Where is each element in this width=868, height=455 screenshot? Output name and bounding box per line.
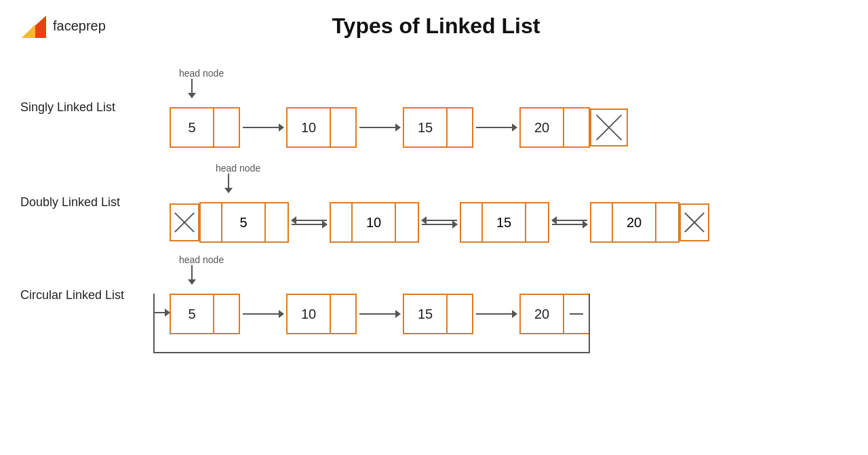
doubly-arrow-1-right [292,224,327,225]
circular-node-2-value: 10 [288,295,331,333]
header: faceprep Types of Linked List [0,0,868,46]
singly-node-4-pointer [564,108,589,146]
doubly-node-3-right-ptr [526,203,548,241]
circular-label: Circular Linked List [20,288,170,302]
doubly-arrow-3 [549,220,590,225]
doubly-null-right [679,203,709,241]
logo-text: faceprep [53,18,106,34]
svg-marker-1 [22,24,35,38]
singly-section: Singly Linked List head node 5 10 [20,66,848,148]
singly-label: Singly Linked List [20,100,170,115]
circular-node-3-value: 15 [404,295,448,333]
doubly-section: Doubly Linked List head node 5 [20,161,848,243]
doubly-node-4: 20 [590,202,679,243]
logo-area: faceprep [20,12,106,39]
circular-arrow-3 [473,313,519,315]
doubly-node-1-left-ptr [201,203,222,241]
circular-node-4-pointer [564,295,589,333]
circular-node-3-pointer [448,295,472,333]
circular-arrow-line-3 [476,313,517,315]
doubly-null-left [170,203,199,241]
singly-node-4: 20 [519,107,590,148]
singly-node-1-value: 5 [171,108,214,146]
doubly-node-4-left-ptr [591,203,613,241]
singly-node-4-value: 20 [521,108,564,146]
singly-arrow-line-3 [476,127,517,128]
singly-null [590,108,628,146]
circular-wrapper: 5 10 [170,294,590,334]
circular-last-ptr-line [570,313,583,315]
circular-arrow-2 [357,313,403,315]
circular-arrow-line-1 [243,313,283,315]
faceprep-logo-icon [20,12,46,39]
doubly-node-1: 5 [199,202,289,243]
circular-head-label: head node [179,254,224,265]
circular-node-2-pointer [331,295,355,333]
singly-arrow-3 [473,127,519,128]
circular-loop-left-line [153,294,155,353]
doubly-node-4-value: 20 [613,203,656,241]
doubly-label: Doubly Linked List [20,195,170,210]
page-title: Types of Linked List [106,14,766,39]
singly-arrow-1 [240,127,286,128]
doubly-arrow-1 [289,220,330,225]
singly-node-3: 15 [403,107,473,148]
doubly-head-label: head node [216,163,260,174]
circular-back-entry [153,312,170,313]
singly-node-2: 10 [286,107,357,148]
main-content: Singly Linked List head node 5 10 [0,66,868,334]
circular-node-4-value: 20 [521,295,564,333]
singly-arrow-2 [357,127,403,128]
doubly-node-3-value: 15 [483,203,526,241]
singly-node-1-pointer [214,108,239,146]
doubly-node-3-left-ptr [461,203,483,241]
doubly-node-1-right-ptr [266,203,288,241]
circular-node-1-value: 5 [171,295,214,333]
circular-node-1-pointer [214,295,239,333]
circular-nodes-row: 5 10 [170,294,590,334]
doubly-node-2-right-ptr [396,203,418,241]
singly-head-label: head node [179,68,224,79]
circular-node-2: 10 [286,294,357,334]
singly-node-2-value: 10 [288,108,331,146]
doubly-arrow-2-right [422,224,457,225]
circular-loop-right-line [589,294,590,353]
doubly-arrow-3-right [552,224,587,225]
circular-arrow-line-2 [359,313,400,315]
circular-section: Circular Linked List head node [20,256,848,334]
doubly-node-2-left-ptr [331,203,353,241]
circular-node-1: 5 [170,294,240,334]
doubly-node-3: 15 [460,202,549,243]
circular-node-4: 20 [519,294,590,334]
doubly-node-4-right-ptr [656,203,678,241]
singly-node-3-value: 15 [404,108,448,146]
singly-node-2-pointer [331,108,355,146]
doubly-node-2-value: 10 [353,203,396,241]
singly-arrow-line-1 [243,127,283,128]
circular-node-3: 15 [403,294,473,334]
circular-loop-bottom [153,352,590,353]
doubly-node-1-value: 5 [222,203,266,241]
singly-arrow-line-2 [359,127,400,128]
circular-arrow-1 [240,313,286,315]
doubly-node-2: 10 [330,202,419,243]
singly-node-1: 5 [170,107,240,148]
doubly-arrow-2 [419,220,460,225]
singly-node-3-pointer [448,108,472,146]
